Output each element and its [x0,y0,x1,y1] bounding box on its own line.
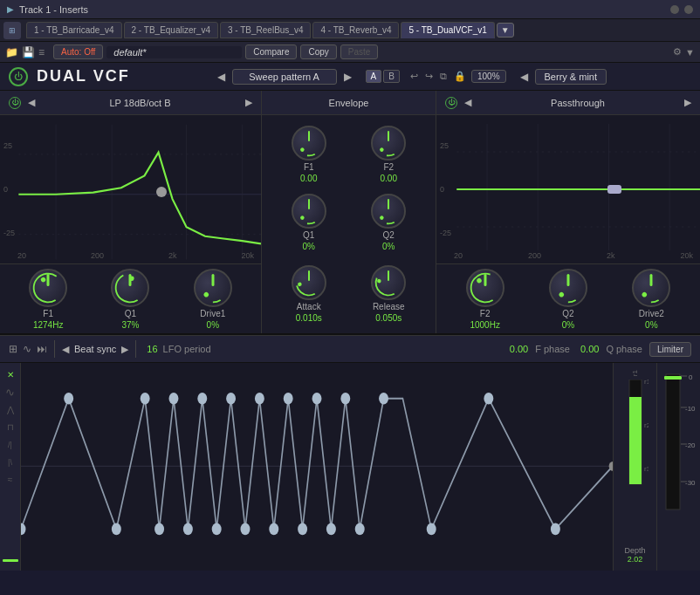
svg-text:r2: r2 [644,421,649,429]
preset-nav2: ◀ Berry & mint ▶ [517,69,626,85]
lfo-shape-random[interactable]: ≈ [8,475,13,485]
tab-barricade[interactable]: 1 - TB_Barricade_v4 [26,22,122,38]
compare-button[interactable]: Compare [245,44,297,59]
auto-off-button[interactable]: Auto: Off [53,44,103,59]
svg-point-48 [226,393,236,405]
passthrough-slider[interactable] [607,185,621,194]
lfo-area: ✕ ∿ ⋀ ⊓ /| |\ ≈ [0,363,700,571]
f-phase-value: 0.00 [510,344,528,354]
gear-icon[interactable]: ⚙ [673,46,682,58]
filter1-q1-value: 37% [121,320,139,330]
lfo-shape-rsaw[interactable]: |\ [8,457,12,468]
redo-button[interactable]: ↪ [423,71,435,82]
filter1-q1-label: Q1 [125,309,136,318]
filter1-drive1-knob[interactable] [194,269,232,307]
env-release-knob[interactable] [371,265,406,300]
svg-point-52 [284,393,293,405]
close-button[interactable] [684,5,693,14]
gear-dropdown[interactable]: ▼ [685,47,695,58]
lfo-bottom-indicator [3,559,18,564]
lfo-grid-icon[interactable]: ⊞ [9,343,17,355]
lfo-shape-square[interactable]: ⊓ [7,422,14,433]
filter1-knobs: F1 1274Hz Q1 37% [0,263,261,333]
tab-equalizer[interactable]: 2 - TB_Equalizer_v4 [124,22,218,38]
save-icon[interactable]: 💾 [22,46,35,58]
svg-point-41 [112,523,121,536]
pin-button[interactable] [670,5,679,14]
tab-dropdown[interactable]: ▼ [497,23,514,38]
passthrough-graph[interactable]: 25 0 -25 20 200 2k 20k [436,115,700,263]
undo-button[interactable]: ↩ [408,71,420,82]
preset-prev-button[interactable]: ◀ [214,71,229,83]
passthrough-curve-svg [436,115,700,263]
q-phase-value: 0.00 [580,344,599,354]
zoom-display[interactable]: 100% [471,70,506,83]
svg-point-16 [379,147,384,152]
env-q1-knob[interactable] [292,194,326,229]
preset-name-input[interactable] [106,46,242,58]
tab-dualvcf[interactable]: 5 - TB_DualVCF_v1 [401,22,494,38]
pass-q2-knob-group: Q2 0% [549,269,587,330]
filter1-prev-button[interactable]: ◀ [28,97,35,108]
pass-q2-knob[interactable] [549,269,587,307]
lfo-waveform-graph[interactable] [21,363,613,571]
filter1-title: LP 18dB/oct B [42,98,238,108]
lfo-shape-sawtooth[interactable]: /| [8,440,12,450]
preset-nav-center: ◀ Sweep pattern A ▶ A B ↩ ↪ ⧉ 🔒 100% ◀ B… [148,69,691,85]
filter1-next-button[interactable]: ▶ [245,97,252,108]
plugin-header: ⏻ DUAL VCF ◀ Sweep pattern A ▶ A B ↩ ↪ ⧉… [0,63,700,91]
preset-next-button[interactable]: ▶ [340,71,355,83]
preset-display[interactable]: Sweep pattern A [232,69,337,85]
svg-point-42 [141,393,150,405]
berry-display[interactable]: Berry & mint [535,69,607,85]
preset2-prev-button[interactable]: ◀ [517,71,532,83]
env-f2-knob[interactable] [371,126,406,161]
ab-b-button[interactable]: B [383,70,400,83]
lock-button[interactable]: 🔒 [452,71,468,82]
ab-a-button[interactable]: A [366,70,382,83]
lfo-shape-off[interactable]: ✕ [7,370,14,380]
paste-button[interactable]: Paste [340,44,379,59]
svg-point-34 [551,270,586,305]
q-phase-label: Q phase [606,344,642,354]
filter1-f1-knob-group: F1 1274Hz [29,269,67,330]
svg-point-13 [293,127,325,159]
limiter-button[interactable]: Limiter [649,342,691,357]
passthrough-next-button[interactable]: ▶ [684,97,691,108]
env-q2-knob[interactable] [371,194,406,229]
tab-reelbus[interactable]: 3 - TB_ReelBus_v4 [220,22,312,38]
lfo-wave-icon[interactable]: ∿ [23,343,31,355]
passthrough-power-button[interactable]: ⏻ [445,97,457,109]
lfo-shapes: ✕ ∿ ⋀ ⊓ /| |\ ≈ [0,363,21,571]
env-f1-value: 0.00 [300,174,317,183]
beat-prev-button[interactable]: ◀ [62,344,69,355]
folder-icon[interactable]: 📁 [5,46,18,58]
copy-preset-button[interactable]: ⧉ [438,71,449,82]
env-attack-value: 0.010s [296,313,322,323]
title-bar: ▶ Track 1 - Inserts [0,0,700,19]
passthrough-prev-button[interactable]: ◀ [464,97,471,108]
envelope-knobs-grid: F1 0.00 F2 0.00 [262,115,436,265]
env-attack-knob[interactable] [292,265,326,300]
tab-reverb[interactable]: 4 - TB_Reverb_v4 [312,22,399,38]
lfo-shape-sine[interactable]: ∿ [5,387,15,398]
filter1-graph[interactable]: 25 0 -25 20 200 2k 2 [0,115,261,263]
filter1-q1-knob[interactable] [111,269,149,307]
lfo-shape-triangle[interactable]: ⋀ [7,405,14,415]
svg-point-21 [293,267,325,298]
lfo-skip-icon[interactable]: ⏭ [37,343,47,355]
env-attack-group: Attack 0.010s [292,265,326,323]
lfo-bar: ⊞ ∿ ⏭ ◀ Beat sync ▶ 16 LFO period 0.00 F… [0,335,700,363]
filter1-drag-point[interactable] [156,187,167,197]
env-f1-knob[interactable] [292,126,326,161]
settings-icon[interactable]: ≡ [38,46,45,58]
beat-next-button[interactable]: ▶ [121,344,128,355]
filter1-power-button[interactable]: ⏻ [9,97,21,109]
plugin-power-button[interactable]: ⏻ [9,67,28,86]
pass-drive2-label: Drive2 [639,309,664,318]
copy-button[interactable]: Copy [300,44,336,59]
pass-f2-knob[interactable] [466,269,504,307]
filter1-f1-knob[interactable] [29,269,67,307]
filter1-drive1-value: 0% [207,320,219,330]
pass-drive2-knob[interactable] [632,269,670,307]
